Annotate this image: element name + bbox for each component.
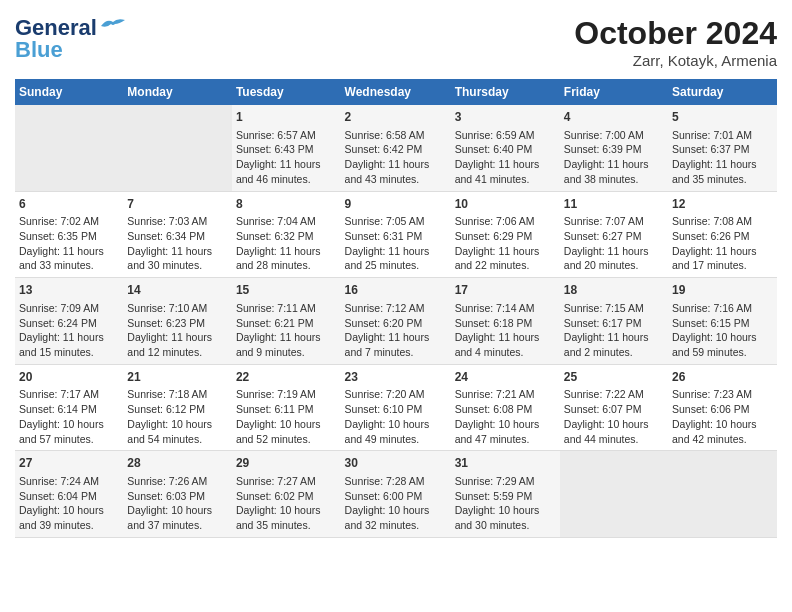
day-number: 9 [345,196,447,213]
col-tuesday: Tuesday [232,79,341,105]
day-number: 21 [127,369,228,386]
day-number: 28 [127,455,228,472]
page-title: October 2024 [574,15,777,52]
day-info: Sunrise: 7:24 AM Sunset: 6:04 PM Dayligh… [19,474,119,533]
day-info: Sunrise: 7:03 AM Sunset: 6:34 PM Dayligh… [127,214,228,273]
day-number: 12 [672,196,773,213]
day-info: Sunrise: 7:22 AM Sunset: 6:07 PM Dayligh… [564,387,664,446]
table-cell: 19Sunrise: 7:16 AM Sunset: 6:15 PM Dayli… [668,278,777,365]
day-number: 17 [455,282,556,299]
day-info: Sunrise: 7:02 AM Sunset: 6:35 PM Dayligh… [19,214,119,273]
day-info: Sunrise: 6:57 AM Sunset: 6:43 PM Dayligh… [236,128,337,187]
header-row: Sunday Monday Tuesday Wednesday Thursday… [15,79,777,105]
day-number: 15 [236,282,337,299]
table-cell: 16Sunrise: 7:12 AM Sunset: 6:20 PM Dayli… [341,278,451,365]
logo-text-blue: Blue [15,37,63,63]
table-cell: 5Sunrise: 7:01 AM Sunset: 6:37 PM Daylig… [668,105,777,191]
day-number: 22 [236,369,337,386]
table-cell: 25Sunrise: 7:22 AM Sunset: 6:07 PM Dayli… [560,364,668,451]
col-monday: Monday [123,79,232,105]
day-number: 26 [672,369,773,386]
week-row: 13Sunrise: 7:09 AM Sunset: 6:24 PM Dayli… [15,278,777,365]
day-info: Sunrise: 7:12 AM Sunset: 6:20 PM Dayligh… [345,301,447,360]
week-row: 6Sunrise: 7:02 AM Sunset: 6:35 PM Daylig… [15,191,777,278]
day-info: Sunrise: 7:20 AM Sunset: 6:10 PM Dayligh… [345,387,447,446]
table-cell: 28Sunrise: 7:26 AM Sunset: 6:03 PM Dayli… [123,451,232,538]
day-info: Sunrise: 6:58 AM Sunset: 6:42 PM Dayligh… [345,128,447,187]
day-info: Sunrise: 7:14 AM Sunset: 6:18 PM Dayligh… [455,301,556,360]
day-info: Sunrise: 7:00 AM Sunset: 6:39 PM Dayligh… [564,128,664,187]
table-cell: 15Sunrise: 7:11 AM Sunset: 6:21 PM Dayli… [232,278,341,365]
table-cell: 13Sunrise: 7:09 AM Sunset: 6:24 PM Dayli… [15,278,123,365]
day-number: 19 [672,282,773,299]
day-number: 25 [564,369,664,386]
day-info: Sunrise: 7:06 AM Sunset: 6:29 PM Dayligh… [455,214,556,273]
table-cell: 27Sunrise: 7:24 AM Sunset: 6:04 PM Dayli… [15,451,123,538]
day-number: 10 [455,196,556,213]
day-number: 7 [127,196,228,213]
col-friday: Friday [560,79,668,105]
day-info: Sunrise: 7:16 AM Sunset: 6:15 PM Dayligh… [672,301,773,360]
day-number: 11 [564,196,664,213]
table-cell: 20Sunrise: 7:17 AM Sunset: 6:14 PM Dayli… [15,364,123,451]
day-info: Sunrise: 7:08 AM Sunset: 6:26 PM Dayligh… [672,214,773,273]
day-info: Sunrise: 7:18 AM Sunset: 6:12 PM Dayligh… [127,387,228,446]
table-cell: 11Sunrise: 7:07 AM Sunset: 6:27 PM Dayli… [560,191,668,278]
table-cell: 9Sunrise: 7:05 AM Sunset: 6:31 PM Daylig… [341,191,451,278]
day-number: 1 [236,109,337,126]
table-cell: 24Sunrise: 7:21 AM Sunset: 6:08 PM Dayli… [451,364,560,451]
day-number: 3 [455,109,556,126]
page-header: General Blue October 2024 Zarr, Kotayk, … [15,15,777,69]
table-cell: 22Sunrise: 7:19 AM Sunset: 6:11 PM Dayli… [232,364,341,451]
day-info: Sunrise: 7:27 AM Sunset: 6:02 PM Dayligh… [236,474,337,533]
calendar-table: Sunday Monday Tuesday Wednesday Thursday… [15,79,777,538]
day-number: 14 [127,282,228,299]
day-info: Sunrise: 7:15 AM Sunset: 6:17 PM Dayligh… [564,301,664,360]
week-row: 1Sunrise: 6:57 AM Sunset: 6:43 PM Daylig… [15,105,777,191]
table-cell: 29Sunrise: 7:27 AM Sunset: 6:02 PM Dayli… [232,451,341,538]
table-cell: 30Sunrise: 7:28 AM Sunset: 6:00 PM Dayli… [341,451,451,538]
table-cell [560,451,668,538]
table-cell: 23Sunrise: 7:20 AM Sunset: 6:10 PM Dayli… [341,364,451,451]
table-cell [123,105,232,191]
day-info: Sunrise: 7:11 AM Sunset: 6:21 PM Dayligh… [236,301,337,360]
main-container: General Blue October 2024 Zarr, Kotayk, … [0,0,792,548]
table-cell: 2Sunrise: 6:58 AM Sunset: 6:42 PM Daylig… [341,105,451,191]
col-saturday: Saturday [668,79,777,105]
calendar-body: 1Sunrise: 6:57 AM Sunset: 6:43 PM Daylig… [15,105,777,537]
table-cell: 14Sunrise: 7:10 AM Sunset: 6:23 PM Dayli… [123,278,232,365]
table-cell [15,105,123,191]
day-number: 31 [455,455,556,472]
day-number: 18 [564,282,664,299]
table-cell: 7Sunrise: 7:03 AM Sunset: 6:34 PM Daylig… [123,191,232,278]
day-number: 27 [19,455,119,472]
day-number: 30 [345,455,447,472]
day-number: 5 [672,109,773,126]
day-number: 8 [236,196,337,213]
table-cell: 31Sunrise: 7:29 AM Sunset: 5:59 PM Dayli… [451,451,560,538]
logo: General Blue [15,15,127,63]
day-info: Sunrise: 7:10 AM Sunset: 6:23 PM Dayligh… [127,301,228,360]
day-info: Sunrise: 6:59 AM Sunset: 6:40 PM Dayligh… [455,128,556,187]
day-number: 13 [19,282,119,299]
col-thursday: Thursday [451,79,560,105]
day-info: Sunrise: 7:23 AM Sunset: 6:06 PM Dayligh… [672,387,773,446]
title-block: October 2024 Zarr, Kotayk, Armenia [574,15,777,69]
table-cell: 8Sunrise: 7:04 AM Sunset: 6:32 PM Daylig… [232,191,341,278]
table-cell: 21Sunrise: 7:18 AM Sunset: 6:12 PM Dayli… [123,364,232,451]
table-cell: 3Sunrise: 6:59 AM Sunset: 6:40 PM Daylig… [451,105,560,191]
day-info: Sunrise: 7:21 AM Sunset: 6:08 PM Dayligh… [455,387,556,446]
week-row: 27Sunrise: 7:24 AM Sunset: 6:04 PM Dayli… [15,451,777,538]
week-row: 20Sunrise: 7:17 AM Sunset: 6:14 PM Dayli… [15,364,777,451]
day-info: Sunrise: 7:19 AM Sunset: 6:11 PM Dayligh… [236,387,337,446]
day-number: 23 [345,369,447,386]
day-number: 6 [19,196,119,213]
table-cell [668,451,777,538]
page-subtitle: Zarr, Kotayk, Armenia [574,52,777,69]
table-cell: 17Sunrise: 7:14 AM Sunset: 6:18 PM Dayli… [451,278,560,365]
day-info: Sunrise: 7:05 AM Sunset: 6:31 PM Dayligh… [345,214,447,273]
logo-bird-icon [99,16,127,36]
day-number: 24 [455,369,556,386]
col-sunday: Sunday [15,79,123,105]
day-number: 29 [236,455,337,472]
